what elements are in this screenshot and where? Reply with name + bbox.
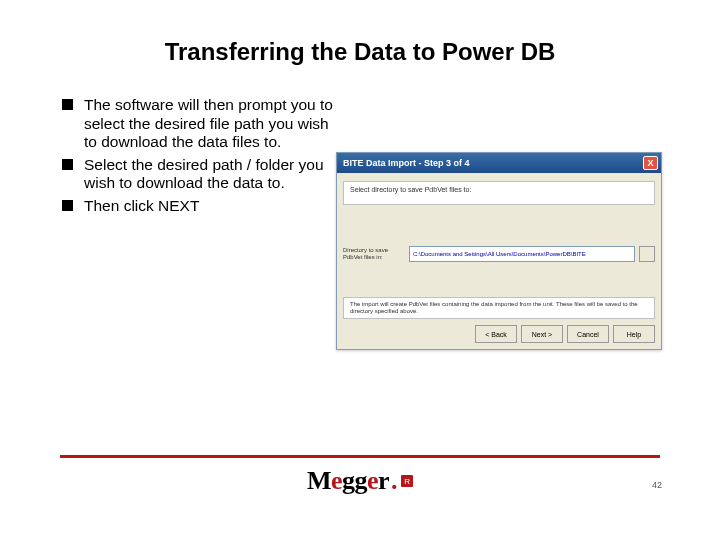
list-item: Then click NEXT bbox=[62, 197, 342, 216]
cancel-button[interactable]: Cancel bbox=[567, 325, 609, 343]
back-button[interactable]: < Back bbox=[475, 325, 517, 343]
dialog-instruction: Select directory to save PdbVet files to… bbox=[343, 181, 655, 205]
page-number: 42 bbox=[652, 480, 662, 490]
dialog-titlebar: BITE Data Import - Step 3 of 4 X bbox=[337, 153, 661, 173]
path-row: Directory to save PdbVet files in: C:\Do… bbox=[343, 243, 655, 265]
logo-letter: M bbox=[307, 466, 331, 496]
slide: Transferring the Data to Power DB The so… bbox=[0, 0, 720, 540]
next-button[interactable]: Next > bbox=[521, 325, 563, 343]
logo: M e gg e r . bbox=[307, 466, 397, 496]
close-button[interactable]: X bbox=[643, 156, 658, 170]
help-button[interactable]: Help bbox=[613, 325, 655, 343]
logo-row: M e gg e r . R bbox=[0, 466, 720, 496]
logo-letter: e bbox=[331, 466, 342, 496]
list-item: The software will then prompt you to sel… bbox=[62, 96, 342, 152]
divider bbox=[60, 455, 660, 458]
list-item: Select the desired path / folder you wis… bbox=[62, 156, 342, 193]
dialog-note: The import will create PdbVet files cont… bbox=[343, 297, 655, 319]
path-label: Directory to save PdbVet files in: bbox=[343, 247, 405, 260]
logo-letter: e bbox=[367, 466, 378, 496]
logo-registered: R bbox=[401, 475, 413, 487]
browse-button[interactable] bbox=[639, 246, 655, 262]
bullet-list: The software will then prompt you to sel… bbox=[62, 96, 342, 216]
logo-letter: gg bbox=[342, 466, 367, 496]
dialog-button-row: < Back Next > Cancel Help bbox=[475, 325, 655, 343]
logo-dot: . bbox=[391, 466, 397, 496]
logo-letter: r bbox=[378, 466, 389, 496]
import-dialog: BITE Data Import - Step 3 of 4 X Select … bbox=[336, 152, 662, 350]
bullet-body: The software will then prompt you to sel… bbox=[62, 96, 342, 220]
dialog-title: BITE Data Import - Step 3 of 4 bbox=[343, 158, 470, 168]
path-input[interactable]: C:\Documents and Settings\All Users\Docu… bbox=[409, 246, 635, 262]
page-title: Transferring the Data to Power DB bbox=[0, 38, 720, 66]
